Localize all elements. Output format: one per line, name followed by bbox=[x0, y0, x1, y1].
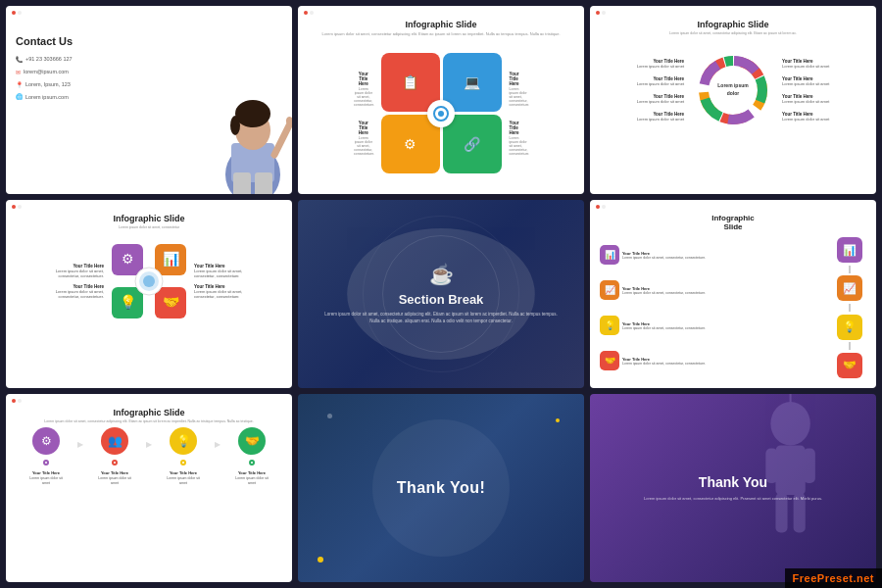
icon-item-2: 👥 Your Title Here Lorem ipsum dolor sit … bbox=[95, 427, 134, 485]
phone-icon: 📞 bbox=[16, 55, 23, 66]
badge-dot-3 bbox=[304, 11, 308, 15]
label-top-right: Your Title Here Lorem ipsum dolor sit am… bbox=[510, 72, 528, 107]
donut-infographic: Your Title Here Lorem ipsum dolor sit am… bbox=[55, 242, 243, 320]
badge-dot-4 bbox=[310, 11, 314, 15]
icon-label-3: Your Title Here Lorem ipsum dolor sit am… bbox=[164, 470, 203, 485]
donut-center: ⚙ 📊 💡 🤝 bbox=[110, 242, 188, 320]
donut-left-labels: Your Title Here Lorem ipsum dolor sit am… bbox=[55, 264, 104, 299]
circ-label-4: Your Title Here Lorem ipsum dolor sit am… bbox=[637, 112, 684, 122]
label-bottom-right: Your Title Here Lorem ipsum dolor sit am… bbox=[510, 121, 528, 156]
icon-circle-1: ⚙ bbox=[32, 427, 60, 455]
center-circle bbox=[427, 100, 455, 127]
step-text-1: Your Title HereLorem ipsum dolor sit ame… bbox=[622, 251, 706, 260]
donut-right-labels: Your Title Here Lorem ipsum dolor sit am… bbox=[194, 264, 243, 299]
svg-text:⚙: ⚙ bbox=[122, 251, 134, 267]
svg-point-10 bbox=[438, 111, 444, 117]
step-icon-2: 📈 bbox=[600, 280, 619, 300]
icon-items-row: ⚙ Your Title Here Lorem ipsum dolor sit … bbox=[16, 427, 282, 485]
cell-blue: 💻 bbox=[443, 53, 502, 112]
chain-icon-2: 📈 bbox=[837, 275, 862, 301]
slide-6-main: 📊 Your Title HereLorem ipsum dolor sit a… bbox=[600, 233, 866, 378]
slide-badge-3 bbox=[596, 11, 610, 19]
icon-item-1: ⚙ Your Title Here Lorem ipsum dolor sit … bbox=[26, 427, 66, 485]
cell-icon-3: ⚙ bbox=[404, 136, 416, 152]
chain-icon-3: 💡 bbox=[837, 315, 862, 340]
svg-rect-7 bbox=[233, 172, 251, 194]
svg-text:📊: 📊 bbox=[163, 251, 180, 268]
svg-point-28 bbox=[143, 275, 155, 287]
svg-text:Lorem ipsum: Lorem ipsum bbox=[717, 82, 749, 88]
circular-chart: Lorem ipsum dolor bbox=[689, 46, 777, 134]
slide-infographic-3: Infographic Slide Lorem ipsum dolor sit … bbox=[590, 6, 876, 194]
badge-dot-7 bbox=[12, 205, 16, 209]
cell-icon-2: 💻 bbox=[464, 74, 480, 90]
contact-person-image bbox=[214, 76, 292, 194]
slide-3-title: Infographic Slide bbox=[697, 20, 768, 29]
ty-dot-3 bbox=[327, 414, 332, 418]
badge-dot-14 bbox=[18, 399, 22, 403]
cell-icon-4: 🔗 bbox=[464, 136, 480, 152]
svg-point-3 bbox=[235, 100, 270, 127]
donut-svg: ⚙ 📊 💡 🤝 bbox=[110, 242, 188, 320]
circ-label-7: Your Title Here Lorem ipsum dolor sit am… bbox=[782, 94, 829, 104]
slide-badge-6 bbox=[596, 205, 610, 213]
slide-infographic-icons: Infographic Slide Lorem ipsum dolor sit … bbox=[6, 394, 292, 582]
badge-dot-12 bbox=[602, 205, 606, 209]
badge-dot-1 bbox=[12, 11, 16, 15]
step-4: 🤝 Your Title HereLorem ipsum dolor sit a… bbox=[600, 351, 831, 370]
badge-dot-5 bbox=[596, 11, 600, 15]
step-text-4: Your Title HereLorem ipsum dolor sit ame… bbox=[622, 357, 706, 366]
icon-label-2: Your Title Here Lorem ipsum dolor sit am… bbox=[95, 470, 134, 485]
donut-label-4: Your Title Here Lorem ipsum dolor sit am… bbox=[194, 284, 243, 299]
dot-connector-3 bbox=[180, 460, 186, 466]
person-svg bbox=[214, 76, 292, 194]
icon-item-3: 💡 Your Title Here Lorem ipsum dolor sit … bbox=[164, 427, 203, 485]
circ-label-3: Your Title Here Lorem ipsum dolor sit am… bbox=[637, 94, 684, 104]
slide-infographic-donut: Infographic Slide Lorem ipsum dolor sit … bbox=[6, 200, 292, 388]
watermark-prefix: Free bbox=[793, 572, 817, 584]
contact-phone: 📞 +91 23 303666 127 bbox=[16, 55, 282, 66]
svg-text:dolor: dolor bbox=[727, 90, 740, 96]
slide-infographic-1: Infographic Slide Lorem ipsum dolor sit … bbox=[298, 6, 584, 194]
step-2: 📈 Your Title HereLorem ipsum dolor sit a… bbox=[600, 280, 831, 300]
svg-point-29 bbox=[347, 228, 535, 360]
dot-connector-4 bbox=[249, 460, 255, 466]
email-icon: ✉ bbox=[16, 68, 21, 78]
circ-left-labels: Your Title Here Lorem ipsum dolor sit am… bbox=[637, 59, 684, 122]
slide-section-break: ☕ Section Break Lorem ipsum dolor sit am… bbox=[298, 200, 584, 388]
slide-7-subtitle: Lorem ipsum dolor sit amet, consectetur … bbox=[16, 419, 282, 423]
chain-line-3 bbox=[849, 342, 851, 350]
svg-point-4 bbox=[230, 116, 240, 135]
slide-6-title: InfographicSlide bbox=[600, 214, 866, 231]
slide-2-subtitle: Lorem ipsum dolor sit amet, consectetur … bbox=[322, 31, 561, 37]
thank-you-1-title: Thank You! bbox=[397, 479, 486, 497]
slide-badge-7 bbox=[12, 399, 25, 407]
step-icon-4: 🤝 bbox=[600, 351, 619, 370]
slide-7-title: Infographic Slide bbox=[16, 408, 282, 417]
web-icon: 🌐 bbox=[16, 92, 23, 103]
icon-circle-4: 🤝 bbox=[238, 427, 266, 455]
ty-dot-1 bbox=[318, 557, 323, 563]
chain-line-1 bbox=[849, 266, 851, 273]
icon-circle-3: 💡 bbox=[170, 427, 197, 455]
location-icon: 📍 bbox=[16, 80, 23, 91]
step-text-3: Your Title HereLorem ipsum dolor sit ame… bbox=[622, 321, 706, 330]
infographic-grid-1: 📋 💻 ⚙ 🔗 bbox=[381, 53, 502, 173]
badge-dot-8 bbox=[18, 205, 22, 209]
step-3: 💡 Your Title HereLorem ipsum dolor sit a… bbox=[600, 316, 831, 335]
thank-you-2-text: Lorem ipsum dolor sit amet, consectetur … bbox=[634, 496, 832, 502]
slide-4-subtitle: Lorem ipsum dolor sit amet, consectetur bbox=[119, 225, 179, 230]
circ-label-8: Your Title Here Lorem ipsum dolor sit am… bbox=[782, 112, 829, 122]
chain-icon-1: 📊 bbox=[837, 237, 862, 263]
slide-contact-us: Contact Us 📞 +91 23 303666 127 ✉ lorem@i… bbox=[6, 6, 292, 194]
circular-infographic: Your Title Here Lorem ipsum dolor sit am… bbox=[637, 46, 830, 134]
donut-label-1: Your Title Here Lorem ipsum dolor sit am… bbox=[55, 264, 104, 278]
slide-3-subtitle: Lorem ipsum dolor sit amet, consectetur … bbox=[669, 31, 797, 36]
cell-green: 🔗 bbox=[443, 115, 502, 173]
dot-connector-2 bbox=[112, 460, 118, 466]
svg-line-5 bbox=[274, 123, 290, 155]
step-arrows: 📊 Your Title HereLorem ipsum dolor sit a… bbox=[600, 237, 831, 378]
thank-you-2-title: Thank You bbox=[699, 474, 767, 490]
badge-dot-13 bbox=[12, 399, 16, 403]
step-icon-1: 📊 bbox=[600, 245, 619, 265]
